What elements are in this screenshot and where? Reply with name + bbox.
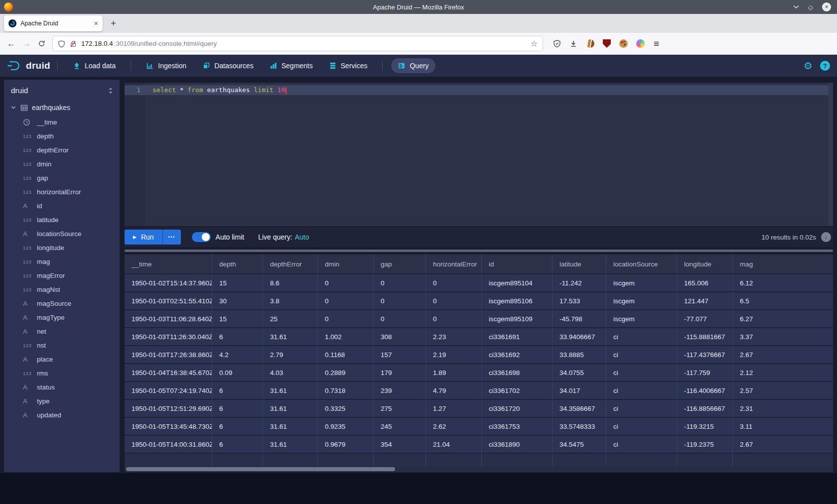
cell[interactable]: 2.19: [426, 346, 482, 364]
sidebar-column-status[interactable]: Astatus: [4, 380, 120, 394]
cell[interactable]: -119.2375: [677, 436, 733, 454]
cell[interactable]: 0: [374, 274, 426, 292]
column-header-depthError[interactable]: depthError: [263, 254, 318, 274]
cell[interactable]: iscgem: [606, 292, 677, 310]
cell[interactable]: 31.61: [263, 418, 318, 436]
nav-item-datasources[interactable]: Datasources: [196, 58, 260, 73]
settings-gear-icon[interactable]: ⚙: [804, 60, 813, 72]
cell[interactable]: 2.23: [426, 328, 482, 346]
cell[interactable]: 165.006: [677, 274, 733, 292]
cell[interactable]: ci: [606, 400, 677, 418]
cell[interactable]: 157: [374, 346, 426, 364]
cell[interactable]: ci3361698: [482, 364, 553, 382]
cell[interactable]: 0: [426, 292, 482, 310]
cell[interactable]: 31.61: [263, 400, 318, 418]
cell[interactable]: -119.3215: [677, 418, 733, 436]
auto-limit-toggle[interactable]: [192, 232, 211, 242]
cell[interactable]: ci: [606, 328, 677, 346]
cell[interactable]: 15: [212, 274, 263, 292]
sidebar-column-longitude[interactable]: 123longitude: [4, 241, 120, 254]
cell[interactable]: 31.61: [263, 436, 318, 454]
cell[interactable]: 31.61: [263, 328, 318, 346]
colorful-asterisk-extension-icon[interactable]: [636, 39, 645, 48]
sidebar-column-id[interactable]: Aid: [4, 199, 120, 213]
column-header-horizontalError[interactable]: horizontalError: [426, 254, 482, 274]
druid-logo[interactable]: druid: [7, 60, 50, 71]
cell[interactable]: 17.533: [553, 292, 606, 310]
cell[interactable]: 33.5748333: [553, 418, 606, 436]
cell[interactable]: 34.5475: [553, 436, 606, 454]
run-more-button[interactable]: •••: [162, 230, 181, 245]
cell[interactable]: 2.62: [426, 418, 482, 436]
cell[interactable]: 2.67: [733, 346, 833, 364]
cell[interactable]: 1.002: [318, 328, 374, 346]
cell[interactable]: 4.79: [426, 382, 482, 400]
column-header-depth[interactable]: depth: [212, 254, 263, 274]
cell[interactable]: 31.61: [263, 382, 318, 400]
cell[interactable]: 2.57: [733, 382, 833, 400]
cell[interactable]: 0: [318, 274, 374, 292]
cell[interactable]: 1.27: [426, 400, 482, 418]
cell[interactable]: 1950-01-03T11:06:28.640Z: [125, 310, 212, 328]
column-header-latitude[interactable]: latitude: [553, 254, 606, 274]
cell[interactable]: 3.11: [733, 418, 833, 436]
download-results-icon[interactable]: ↓: [821, 232, 831, 242]
cell[interactable]: 354: [374, 436, 426, 454]
cell[interactable]: 275: [374, 400, 426, 418]
browser-tab[interactable]: Apache Druid ×: [4, 15, 103, 31]
url-bar[interactable]: 172.18.0.4:30109/unified-console.html#qu…: [52, 36, 543, 51]
cell[interactable]: 1950-01-03T11:26:30.040Z: [125, 328, 212, 346]
cell[interactable]: 121.447: [677, 292, 733, 310]
back-button[interactable]: ←: [7, 39, 15, 49]
lock-slash-icon[interactable]: [70, 40, 77, 48]
nav-item-segments[interactable]: Segments: [263, 58, 319, 73]
tab-close-icon[interactable]: ×: [94, 19, 98, 27]
cell[interactable]: 239: [374, 382, 426, 400]
cell[interactable]: 2.79: [263, 346, 318, 364]
sidebar-column-magNst[interactable]: 123magNst: [4, 282, 120, 296]
window-menu-chevron-down-icon[interactable]: [793, 5, 799, 9]
cell[interactable]: 6: [212, 418, 263, 436]
nav-item-services[interactable]: Services: [322, 58, 374, 73]
cell[interactable]: -117.4376667: [677, 346, 733, 364]
cell[interactable]: 34.3586667: [553, 400, 606, 418]
nav-item-query[interactable]: Query: [391, 58, 435, 73]
cell[interactable]: ci: [606, 436, 677, 454]
sidebar-column-magType[interactable]: AmagType: [4, 310, 120, 324]
cell[interactable]: 1950-01-03T17:26:38.860Z: [125, 346, 212, 364]
sidebar-column-latitude[interactable]: 123latitude: [4, 213, 120, 227]
cell[interactable]: -45.798: [553, 310, 606, 328]
cell[interactable]: -117.759: [677, 364, 733, 382]
help-icon[interactable]: ?: [820, 61, 830, 71]
cell[interactable]: 0: [426, 274, 482, 292]
cell[interactable]: 21.04: [426, 436, 482, 454]
editor-active-line[interactable]: 1 select * from earthquakes limit 10: [125, 85, 833, 95]
run-button[interactable]: ▶ Run: [125, 230, 162, 245]
cookie-extension-icon[interactable]: [619, 39, 628, 48]
cell[interactable]: iscgem895109: [482, 310, 553, 328]
sidebar-column-depthError[interactable]: 123depthError: [4, 143, 120, 157]
sidebar-column-rms[interactable]: 123rms: [4, 366, 120, 380]
cell[interactable]: 6.12: [733, 274, 833, 292]
cell[interactable]: 3.8: [263, 292, 318, 310]
sidebar-column-nst[interactable]: 123nst: [4, 338, 120, 352]
forward-button[interactable]: →: [22, 39, 31, 49]
cell[interactable]: 33.8885: [553, 346, 606, 364]
cell[interactable]: ci3361692: [482, 346, 553, 364]
cell[interactable]: iscgem895104: [482, 274, 553, 292]
sidebar-column-updated[interactable]: Aupdated: [4, 408, 120, 422]
sidebar-column-__time[interactable]: __time: [4, 115, 120, 129]
cell[interactable]: 0: [318, 292, 374, 310]
column-header-__time[interactable]: __time: [125, 254, 212, 274]
maximize-icon[interactable]: ◇: [808, 3, 813, 11]
tracking-shield-icon[interactable]: [58, 40, 65, 48]
cell[interactable]: 0.09: [212, 364, 263, 382]
cell[interactable]: 1950-01-03T02:51:55.410Z: [125, 292, 212, 310]
cell[interactable]: 245: [374, 418, 426, 436]
cell[interactable]: 6.27: [733, 310, 833, 328]
column-header-dmin[interactable]: dmin: [318, 254, 374, 274]
cell[interactable]: 33.9406667: [553, 328, 606, 346]
sidebar-table-earthquakes[interactable]: earthquakes: [4, 100, 120, 115]
cell[interactable]: 0.1168: [318, 346, 374, 364]
downloads-icon[interactable]: [569, 40, 577, 48]
